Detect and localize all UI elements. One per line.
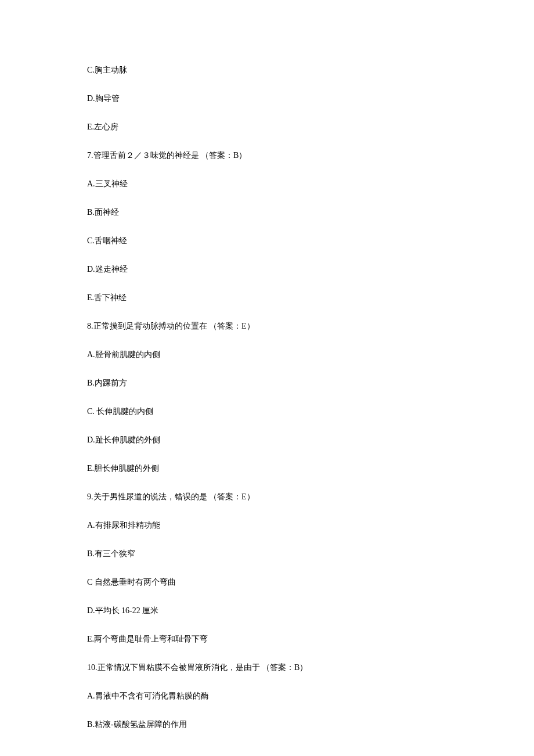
question-text: 10.正常情况下胃粘膜不会被胃液所消化，是由于 （答案：B） <box>87 661 447 674</box>
option-text: B.面神经 <box>87 206 447 218</box>
document-page: C.胸主动脉 D.胸导管 E.左心房 7.管理舌前２／３味觉的神经是 （答案：B… <box>0 0 534 756</box>
option-text: E.左心房 <box>87 121 447 133</box>
option-text: E.舌下神经 <box>87 291 447 304</box>
option-text: A.胃液中不含有可消化胃粘膜的酶 <box>87 690 447 702</box>
question-text: 7.管理舌前２／３味觉的神经是 （答案：B） <box>87 149 447 161</box>
question-text: 8.正常摸到足背动脉搏动的位置在 （答案：E） <box>87 320 447 332</box>
option-text: A.胫骨前肌腱的内侧 <box>87 348 447 361</box>
option-text: C 自然悬垂时有两个弯曲 <box>87 576 447 588</box>
option-text: A.三叉神经 <box>87 178 447 190</box>
option-text: E.胆长伸肌腱的外侧 <box>87 462 447 474</box>
option-text: C.胸主动脉 <box>87 64 447 76</box>
option-text: B.粘液-碳酸氢盐屏障的作用 <box>87 718 447 730</box>
option-text: A.有排尿和排精功能 <box>87 519 447 531</box>
option-text: B.内踝前方 <box>87 377 447 389</box>
option-text: C.舌咽神经 <box>87 235 447 247</box>
option-text: D.趾长伸肌腱的外侧 <box>87 434 447 446</box>
option-text: E.两个弯曲是耻骨上弯和耻骨下弯 <box>87 633 447 645</box>
option-text: D.平均长 16-22 厘米 <box>87 604 447 617</box>
option-text: B.有三个狭窄 <box>87 548 447 560</box>
option-text: D.胸导管 <box>87 92 447 105</box>
option-text: D.迷走神经 <box>87 263 447 275</box>
option-text: C. 长伸肌腱的内侧 <box>87 405 447 417</box>
question-text: 9.关于男性尿道的说法，错误的是 （答案：E） <box>87 491 447 503</box>
